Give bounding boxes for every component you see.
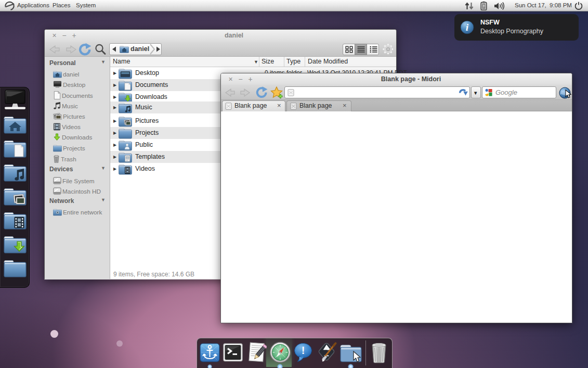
svg-text:i: i	[466, 22, 469, 33]
svg-text:!: !	[302, 345, 305, 356]
